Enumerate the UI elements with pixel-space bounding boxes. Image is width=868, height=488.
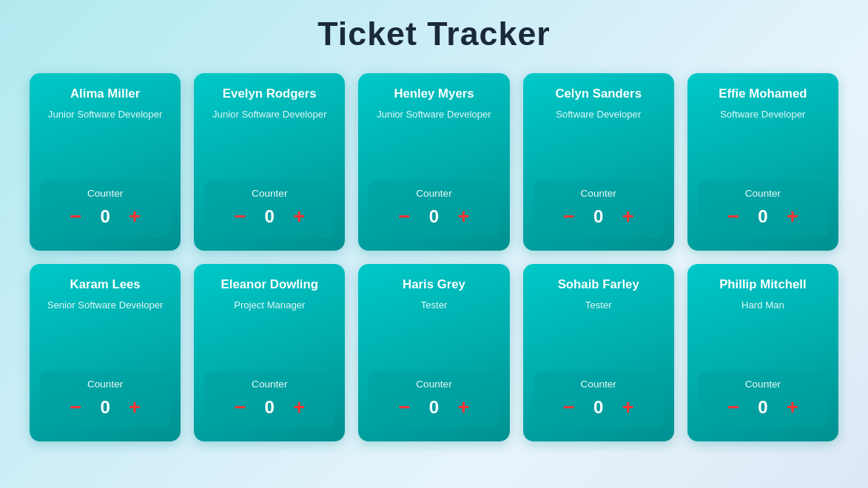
counter-label-haris-grey: Counter xyxy=(416,379,451,390)
increment-button-henley-myers[interactable]: + xyxy=(454,206,472,226)
card-name-henley-myers: Henley Myers xyxy=(394,87,474,102)
cards-grid-row1: Alima MillerJunior Software DeveloperCou… xyxy=(30,73,838,251)
card-name-haris-grey: Haris Grey xyxy=(403,277,465,293)
decrement-button-haris-grey[interactable]: − xyxy=(396,397,414,417)
counter-controls-karam-lees: −0+ xyxy=(67,397,144,418)
counter-value-haris-grey: 0 xyxy=(423,397,444,418)
counter-value-alima-miller: 0 xyxy=(95,206,115,227)
decrement-button-effie-mohamed[interactable]: − xyxy=(724,206,742,226)
counter-value-evelyn-rodgers: 0 xyxy=(259,206,280,227)
decrement-button-eleanor-dowling[interactable]: − xyxy=(231,397,249,417)
counter-label-alima-miller: Counter xyxy=(87,188,123,199)
card-name-sohaib-farley: Sohaib Farley xyxy=(558,277,639,293)
card-sohaib-farley: Sohaib FarleyTesterCounter−0+ xyxy=(523,264,674,441)
counter-box-haris-grey: Counter−0+ xyxy=(369,371,499,428)
counter-controls-evelyn-rodgers: −0+ xyxy=(231,206,308,227)
card-name-karam-lees: Karam Lees xyxy=(70,277,141,293)
counter-box-sohaib-farley: Counter−0+ xyxy=(534,371,664,428)
counter-box-celyn-sanders: Counter−0+ xyxy=(534,180,664,237)
decrement-button-evelyn-rodgers[interactable]: − xyxy=(231,206,249,226)
increment-button-sohaib-farley[interactable]: + xyxy=(619,397,637,417)
counter-value-sohaib-farley: 0 xyxy=(588,397,609,418)
card-role-celyn-sanders: Software Developer xyxy=(556,108,641,170)
counter-value-phillip-mitchell: 0 xyxy=(753,397,773,418)
decrement-button-sohaib-farley[interactable]: − xyxy=(560,397,578,417)
counter-controls-sohaib-farley: −0+ xyxy=(560,397,637,418)
counter-label-karam-lees: Counter xyxy=(87,379,123,390)
card-phillip-mitchell: Phillip MitchellHard ManCounter−0+ xyxy=(687,264,838,441)
increment-button-phillip-mitchell[interactable]: + xyxy=(784,397,801,417)
counter-controls-phillip-mitchell: −0+ xyxy=(724,397,801,418)
counter-box-effie-mohamed: Counter−0+ xyxy=(698,180,828,237)
card-name-eleanor-dowling: Eleanor Dowling xyxy=(221,277,318,293)
counter-controls-haris-grey: −0+ xyxy=(396,397,473,418)
counter-value-karam-lees: 0 xyxy=(95,397,115,418)
counter-controls-henley-myers: −0+ xyxy=(396,206,473,227)
card-effie-mohamed: Effie MohamedSoftware DeveloperCounter−0… xyxy=(687,73,838,251)
card-name-effie-mohamed: Effie Mohamed xyxy=(719,87,807,102)
increment-button-karam-lees[interactable]: + xyxy=(126,397,144,417)
counter-label-henley-myers: Counter xyxy=(416,188,451,199)
increment-button-alima-miller[interactable]: + xyxy=(126,206,144,226)
increment-button-evelyn-rodgers[interactable]: + xyxy=(290,206,308,226)
page-title: Ticket Tracker xyxy=(30,15,838,52)
counter-controls-alima-miller: −0+ xyxy=(67,206,144,227)
card-evelyn-rodgers: Evelyn RodgersJunior Software DeveloperC… xyxy=(194,73,345,251)
increment-button-eleanor-dowling[interactable]: + xyxy=(290,397,308,417)
counter-controls-eleanor-dowling: −0+ xyxy=(231,397,308,418)
card-role-karam-lees: Senior Software Developer xyxy=(47,299,164,361)
card-role-effie-mohamed: Software Developer xyxy=(720,108,805,170)
counter-box-phillip-mitchell: Counter−0+ xyxy=(698,371,828,428)
counter-value-celyn-sanders: 0 xyxy=(588,206,609,227)
counter-label-celyn-sanders: Counter xyxy=(581,188,616,199)
card-haris-grey: Haris GreyTesterCounter−0+ xyxy=(358,264,509,441)
counter-label-eleanor-dowling: Counter xyxy=(252,379,287,390)
counter-value-eleanor-dowling: 0 xyxy=(259,397,280,418)
card-eleanor-dowling: Eleanor DowlingProject ManagerCounter−0+ xyxy=(194,264,345,441)
card-name-phillip-mitchell: Phillip Mitchell xyxy=(719,277,806,293)
counter-controls-celyn-sanders: −0+ xyxy=(560,206,637,227)
card-role-haris-grey: Tester xyxy=(421,299,448,361)
counter-controls-effie-mohamed: −0+ xyxy=(724,206,801,227)
card-celyn-sanders: Celyn SandersSoftware DeveloperCounter−0… xyxy=(523,73,674,251)
decrement-button-celyn-sanders[interactable]: − xyxy=(560,206,578,226)
counter-label-evelyn-rodgers: Counter xyxy=(252,188,287,199)
counter-box-karam-lees: Counter−0+ xyxy=(40,371,170,428)
card-name-alima-miller: Alima Miller xyxy=(70,87,140,102)
card-role-phillip-mitchell: Hard Man xyxy=(741,299,784,361)
counter-label-phillip-mitchell: Counter xyxy=(745,379,781,390)
counter-box-evelyn-rodgers: Counter−0+ xyxy=(204,180,334,237)
decrement-button-phillip-mitchell[interactable]: − xyxy=(724,397,742,417)
counter-label-effie-mohamed: Counter xyxy=(745,188,781,199)
card-role-sohaib-farley: Tester xyxy=(585,299,612,361)
cards-grid-row2: Karam LeesSenior Software DeveloperCount… xyxy=(30,264,838,441)
increment-button-haris-grey[interactable]: + xyxy=(454,397,472,417)
card-karam-lees: Karam LeesSenior Software DeveloperCount… xyxy=(30,264,181,441)
increment-button-celyn-sanders[interactable]: + xyxy=(619,206,637,226)
card-name-evelyn-rodgers: Evelyn Rodgers xyxy=(223,87,317,102)
counter-box-henley-myers: Counter−0+ xyxy=(369,180,499,237)
decrement-button-henley-myers[interactable]: − xyxy=(396,206,414,226)
card-role-henley-myers: Junior Software Developer xyxy=(377,108,491,170)
card-role-alima-miller: Junior Software Developer xyxy=(48,108,162,170)
counter-value-henley-myers: 0 xyxy=(423,206,444,227)
card-henley-myers: Henley MyersJunior Software DeveloperCou… xyxy=(358,73,509,251)
counter-box-alima-miller: Counter−0+ xyxy=(40,180,170,237)
card-role-evelyn-rodgers: Junior Software Developer xyxy=(212,108,326,170)
decrement-button-alima-miller[interactable]: − xyxy=(67,206,84,226)
counter-value-effie-mohamed: 0 xyxy=(753,206,773,227)
decrement-button-karam-lees[interactable]: − xyxy=(67,397,84,417)
card-role-eleanor-dowling: Project Manager xyxy=(234,299,305,361)
increment-button-effie-mohamed[interactable]: + xyxy=(784,206,801,226)
counter-label-sohaib-farley: Counter xyxy=(581,379,616,390)
counter-box-eleanor-dowling: Counter−0+ xyxy=(204,371,334,428)
card-alima-miller: Alima MillerJunior Software DeveloperCou… xyxy=(30,73,181,251)
card-name-celyn-sanders: Celyn Sanders xyxy=(555,87,642,102)
